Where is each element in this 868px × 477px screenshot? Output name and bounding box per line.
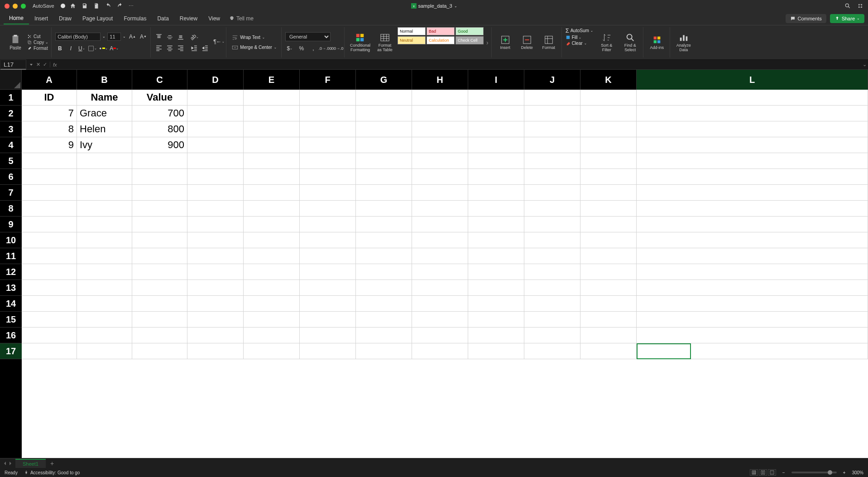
title-dropdown-icon[interactable]: ⌄ <box>454 4 457 8</box>
cell-H10[interactable] <box>412 232 468 248</box>
cell-K3[interactable] <box>580 121 637 137</box>
cell-B10[interactable] <box>77 232 132 248</box>
cell-L13[interactable] <box>637 280 868 296</box>
decrease-decimal-button[interactable]: .00→.0 <box>332 44 341 53</box>
cell-G5[interactable] <box>356 153 412 169</box>
normal-view-button[interactable] <box>750 469 758 476</box>
accounting-button[interactable]: $⌄ <box>285 44 294 53</box>
cell-J11[interactable] <box>524 248 580 264</box>
cell-I1[interactable] <box>468 90 524 106</box>
cell-E16[interactable] <box>244 328 300 343</box>
cell-C8[interactable] <box>132 201 187 217</box>
cell-F17[interactable] <box>300 343 356 359</box>
cell-E4[interactable] <box>244 137 300 153</box>
col-header-J[interactable]: J <box>524 70 580 90</box>
cell-G6[interactable] <box>356 169 412 185</box>
cell-E5[interactable] <box>244 153 300 169</box>
cell-E13[interactable] <box>244 280 300 296</box>
col-header-K[interactable]: K <box>580 70 637 90</box>
cell-K10[interactable] <box>580 232 637 248</box>
cell-A7[interactable] <box>22 185 77 201</box>
cell-A12[interactable] <box>22 264 77 280</box>
cell-L17[interactable] <box>637 343 868 359</box>
align-middle-button[interactable] <box>165 33 174 42</box>
cell-K8[interactable] <box>580 201 637 217</box>
comma-button[interactable]: , <box>309 44 318 53</box>
tab-data[interactable]: Data <box>152 13 174 24</box>
cell-D8[interactable] <box>187 201 244 217</box>
sheet-nav-prev-icon[interactable] <box>3 461 7 466</box>
cut-button[interactable]: Cut <box>27 34 48 39</box>
sort-filter-button[interactable]: Sort & Filter <box>597 27 617 58</box>
cell-I7[interactable] <box>468 185 524 201</box>
tell-me[interactable]: Tell me <box>229 15 254 22</box>
row-header-13[interactable]: 13 <box>0 280 22 296</box>
page-break-view-button[interactable] <box>768 469 776 476</box>
tab-insert[interactable]: Insert <box>29 13 53 24</box>
row-header-5[interactable]: 5 <box>0 153 22 169</box>
cell-D17[interactable] <box>187 343 244 359</box>
formula-bar-expand-icon[interactable]: ⌄ <box>861 62 868 67</box>
col-header-G[interactable]: G <box>356 70 412 90</box>
cell-B7[interactable] <box>77 185 132 201</box>
cell-C7[interactable] <box>132 185 187 201</box>
formula-input[interactable] <box>60 60 861 69</box>
find-select-button[interactable]: Find & Select <box>620 27 640 58</box>
cell-E14[interactable] <box>244 296 300 312</box>
cell-D15[interactable] <box>187 312 244 328</box>
accessibility-status[interactable]: Accessibility: Good to go <box>24 470 80 475</box>
cell-J2[interactable] <box>524 106 580 121</box>
wrap-text-button[interactable]: Wrap Text⌄ <box>230 34 278 42</box>
cell-C4[interactable]: 900 <box>132 137 187 153</box>
col-header-I[interactable]: I <box>468 70 524 90</box>
cell-B9[interactable] <box>77 217 132 232</box>
style-neutral[interactable]: Neutral <box>398 36 426 44</box>
cell-D2[interactable] <box>187 106 244 121</box>
cell-A16[interactable] <box>22 328 77 343</box>
row-header-8[interactable]: 8 <box>0 201 22 217</box>
cell-B3[interactable]: Helen <box>77 121 132 137</box>
cell-K15[interactable] <box>580 312 637 328</box>
cell-J17[interactable] <box>524 343 580 359</box>
cell-K16[interactable] <box>580 328 637 343</box>
row-header-15[interactable]: 15 <box>0 312 22 328</box>
cell-J10[interactable] <box>524 232 580 248</box>
cell-F8[interactable] <box>300 201 356 217</box>
cell-H17[interactable] <box>412 343 468 359</box>
cell-G12[interactable] <box>356 264 412 280</box>
row-header-11[interactable]: 11 <box>0 248 22 264</box>
cell-D16[interactable] <box>187 328 244 343</box>
merge-center-button[interactable]: Merge & Center⌄ <box>230 43 278 52</box>
align-bottom-button[interactable] <box>176 33 185 42</box>
cell-B15[interactable] <box>77 312 132 328</box>
format-as-table-button[interactable]: Format as Table <box>375 27 395 58</box>
cell-D7[interactable] <box>187 185 244 201</box>
cell-F10[interactable] <box>300 232 356 248</box>
fill-color-button[interactable]: ⌄ <box>99 44 108 53</box>
cell-L14[interactable] <box>637 296 868 312</box>
cell-E12[interactable] <box>244 264 300 280</box>
cell-C9[interactable] <box>132 217 187 232</box>
format-cells-button[interactable]: Format <box>539 27 559 58</box>
cell-H15[interactable] <box>412 312 468 328</box>
zoom-in-button[interactable]: + <box>841 470 848 475</box>
style-good[interactable]: Good <box>456 27 484 35</box>
cell-A14[interactable] <box>22 296 77 312</box>
zoom-slider[interactable] <box>791 472 837 473</box>
col-header-D[interactable]: D <box>187 70 244 90</box>
cell-H11[interactable] <box>412 248 468 264</box>
cell-B16[interactable] <box>77 328 132 343</box>
cell-C1[interactable]: Value <box>132 90 187 106</box>
cell-H7[interactable] <box>412 185 468 201</box>
cell-K6[interactable] <box>580 169 637 185</box>
cell-H16[interactable] <box>412 328 468 343</box>
cell-E10[interactable] <box>244 232 300 248</box>
save-icon[interactable] <box>82 3 88 9</box>
cell-J4[interactable] <box>524 137 580 153</box>
cell-F5[interactable] <box>300 153 356 169</box>
cell-B11[interactable] <box>77 248 132 264</box>
cell-J13[interactable] <box>524 280 580 296</box>
col-header-E[interactable]: E <box>244 70 300 90</box>
analyze-data-button[interactable]: Analyze Data <box>674 32 694 53</box>
cell-B8[interactable] <box>77 201 132 217</box>
